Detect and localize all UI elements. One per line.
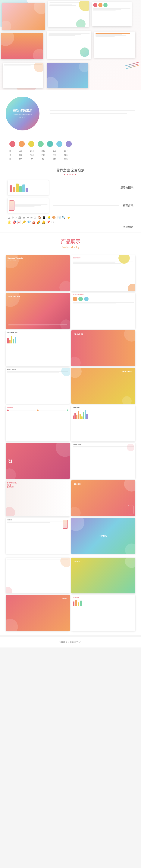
hero-slide-3 — [92, 2, 132, 26]
slide-4-title: TEAM MEMBERS — [73, 294, 134, 296]
author: BY_ALUO — [19, 117, 26, 118]
slide-6: ABOUT US — [71, 330, 135, 366]
title-circle: 律动-多彩演示 Rhythm - Colorful Presentation B… — [6, 97, 39, 130]
palette-section: R 231 254 242 106 137 G 123 154 203 208 … — [0, 135, 141, 164]
footer-contact-value: 807327371 — [70, 641, 82, 643]
slide-8-title: DATA SOURCE — [122, 370, 133, 372]
slide-11: PART 02 — [6, 443, 70, 479]
swatch-purple — [66, 141, 72, 147]
feature-icons-label: 图标赠送 — [123, 225, 134, 229]
slide-13: BRANDINGTABDESIGN — [6, 480, 70, 516]
description-area — [50, 110, 135, 115]
slide-10-title: STATISTICS — [73, 407, 134, 408]
main-title: 律动-多彩演示 — [13, 109, 32, 113]
slides-grid-2: PART 01 ENDING SUMMARY — [0, 558, 141, 635]
slides-grid: Business Template Rhythm Colorful CONTEN… — [0, 255, 141, 558]
footer-contact-label: QQ联系： — [59, 641, 70, 643]
slide-19: ENDING — [6, 595, 70, 631]
slide-1-title: Business Template — [7, 257, 68, 259]
features-section: 异界之旅 全彩绽放 ★★★★★ 易绘改图表 — [0, 164, 141, 232]
slide-13-title: BRANDINGTABDESIGN — [7, 482, 68, 489]
hero-slide-2 — [48, 1, 89, 27]
hero-slide-8 — [47, 63, 88, 88]
slide-4: TEAM MEMBERS — [71, 293, 135, 329]
feature-layout-label: 精美排版 — [123, 204, 134, 207]
slide-9-title: TIMELINE — [7, 407, 68, 408]
product-en-title: Product display — [0, 246, 141, 249]
hero-slide-6 — [94, 32, 135, 58]
decorative-lines — [124, 64, 139, 67]
feature-chart-label: 易绘改图表 — [120, 186, 134, 189]
slide-11-title: PART 02 — [8, 458, 12, 463]
product-display-section: 产品展示 Product display — [0, 232, 141, 255]
slide-5: DATA ANALYSIS — [6, 330, 70, 366]
slide-5-title: DATA ANALYSIS — [7, 332, 68, 333]
swatch-blue — [56, 141, 62, 147]
chart-preview — [7, 180, 49, 195]
slide-18: PART 01 — [71, 558, 135, 594]
slide-1: Business Template Rhythm Colorful — [6, 255, 70, 291]
slide-14-title: DESIGN — [74, 483, 81, 485]
feature-chart-row: 易绘改图表 — [7, 180, 134, 195]
divider-1 — [53, 188, 117, 188]
layout-preview — [7, 198, 49, 213]
icon-samples-2: 🌟🎯📈🔑💎 🎪🌈🔔📌✂ — [7, 220, 134, 224]
slide-2-title: CONTENT — [73, 257, 81, 259]
features-title: 异界之旅 全彩绽放 — [7, 168, 134, 173]
slide-3: POWERPOINT — [6, 293, 70, 329]
swatch-yellow — [28, 141, 34, 147]
swatch-pink — [9, 141, 16, 147]
footer-contact: QQ联系： 807327371 — [4, 641, 137, 644]
slide-8: DATA SOURCE — [71, 368, 135, 404]
slide-3-title: POWERPOINT — [8, 296, 20, 298]
slide-15-title: MOBILE — [7, 519, 68, 521]
hero-slide-7 — [3, 63, 43, 88]
slide-2: CONTENT — [71, 255, 135, 291]
slide-17 — [6, 558, 70, 594]
slide-14: DESIGN — [71, 480, 135, 516]
product-cn-title: 产品展示 — [0, 238, 141, 245]
feature-layout-row: 精美排版 — [7, 198, 134, 213]
hero-slide-4 — [1, 33, 43, 59]
hero-slide-1 — [2, 3, 45, 30]
slide-12-title: INFORMATION — [73, 444, 134, 445]
slide-20: SUMMARY — [71, 595, 135, 631]
slide-6-title: ABOUT US — [74, 333, 83, 335]
hero-slide-5 — [47, 31, 91, 59]
slide-15: MOBILE — [6, 518, 70, 554]
hero-section — [0, 0, 141, 90]
slide-9: TIMELINE — [6, 405, 70, 441]
icons-label-row: 图标赠送 — [7, 225, 134, 229]
swatch-coral — [19, 141, 25, 147]
subtitle: Rhythm - Colorful Presentation — [11, 114, 34, 116]
icons-row: ☁✈♪☎★ ❤✉⚙🏠📱 💡🎨📊🔍⚡ 🌟🎯📈🔑💎 🎪🌈🔔📌✂ 图标赠送 — [7, 216, 134, 229]
color-swatches — [9, 141, 132, 147]
slide-7: TEXT LAYOUT — [6, 368, 70, 404]
footer: QQ联系： 807327371 — [0, 637, 141, 648]
icon-samples: ☁✈♪☎★ ❤✉⚙🏠📱 💡🎨📊🔍⚡ — [7, 216, 134, 219]
slide-16-title: THANKS — [100, 535, 107, 537]
rgb-table: R 231 254 242 106 137 G 123 154 203 208 … — [9, 149, 132, 161]
swatch-teal — [47, 141, 53, 147]
slide-16: THANKS — [71, 518, 135, 554]
info-section: 律动-多彩演示 Rhythm - Colorful Presentation B… — [0, 90, 141, 135]
features-dots: ★★★★★ — [7, 174, 134, 176]
product-title: 产品展示 Product display — [0, 238, 141, 249]
swatch-mint — [37, 141, 44, 147]
slide-7-title: TEXT LAYOUT — [7, 369, 68, 370]
slide-12: INFORMATION — [71, 443, 135, 479]
slide-10: STATISTICS — [71, 405, 135, 441]
